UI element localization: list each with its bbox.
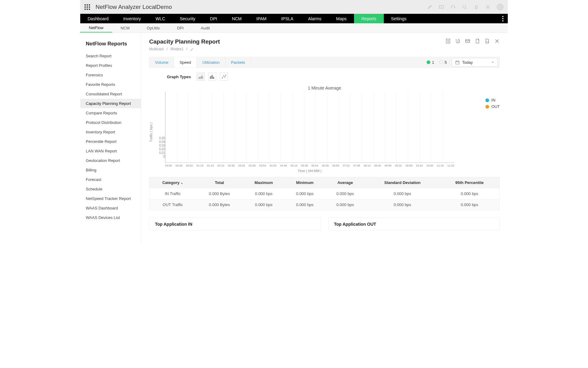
sidebar-item-inventory-report[interactable]: Inventory Report [80,127,141,137]
sidebar-item-protocol-distribution[interactable]: Protocol Distribution [80,118,141,127]
nav-maps[interactable]: Maps [329,14,354,23]
kebab-menu[interactable] [498,14,508,23]
subnav-ncm[interactable]: NCM [112,23,138,33]
sidebar-item-schedule[interactable]: Schedule [80,184,141,194]
bell-icon[interactable] [473,4,479,10]
graph-type-scatter[interactable] [220,73,228,81]
nav-wlc[interactable]: WLC [148,14,172,23]
subnav-dpi[interactable]: DPI [168,23,192,33]
sidebar-title: NetFlow Reports [80,38,141,51]
view-tab-volume[interactable]: Volume [149,57,174,67]
pdf-icon[interactable] [475,38,480,44]
nav-dpi[interactable]: DPI [203,14,224,23]
legend-grey-num: 5 [445,60,447,65]
sidebar-item-netspeed-tracker-report[interactable]: NetSpeed Tracker Report [80,194,141,203]
graph-type-bar[interactable] [208,73,216,81]
table-row: IN Traffic0.000 Bytes0.000 bps0.000 bps0… [149,188,500,199]
chevron-down-icon [491,61,494,64]
pencil-icon[interactable] [190,48,194,51]
sidebar-item-billing[interactable]: Billing [80,165,141,175]
subnav-netflow[interactable]: NetFlow [80,23,112,33]
nav-alarms[interactable]: Alarms [301,14,329,23]
svg-text:CSV: CSV [486,41,489,43]
presentation-icon[interactable] [439,4,444,10]
graph-type-area[interactable] [197,73,205,81]
view-tab-utilization[interactable]: Utilization [197,57,225,67]
svg-point-15 [222,78,223,79]
breadcrumb-0[interactable]: Multicast [149,47,164,51]
rocket-icon[interactable] [427,4,432,10]
sidebar-item-report-profiles[interactable]: Report Profiles [80,61,141,70]
sidebar-item-waas-devices-list[interactable]: WAAS Devices List [80,213,141,222]
nav-reports[interactable]: Reports [354,14,384,23]
th-total[interactable]: Total [196,177,243,188]
close-icon[interactable] [494,38,500,44]
sidebar-item-forensics[interactable]: Forensics [80,70,141,80]
dot-grey-icon [439,60,443,64]
table-row: OUT Traffic0.000 Bytes0.000 bps0.000 bps… [149,199,500,210]
th-minimum[interactable]: Minimum [285,177,325,188]
user-avatar[interactable] [497,4,503,10]
breadcrumb-1[interactable]: IfIndex1 [170,47,183,51]
legend-entry-out[interactable]: OUT [485,104,500,109]
svg-point-2 [463,5,466,8]
th-category[interactable]: Category▲ [149,177,196,188]
history-icon[interactable] [455,38,461,44]
sidebar-item-geolocation-report[interactable]: Geolocation Report [80,156,141,165]
app-title: NetFlow Analyzer LocalDemo [96,4,172,10]
sidebar-item-forecast[interactable]: Forecast [80,175,141,184]
sidebar-item-search-report[interactable]: Search Report [80,51,141,61]
sidebar-item-compare-reports[interactable]: Compare Reports [80,108,141,118]
interval-legend: 1 5 [427,60,452,65]
th-standard-deviation[interactable]: Standard Deviation [365,177,439,188]
sidebar-item-waas-dashboard[interactable]: WAAS Dashboard [80,203,141,213]
th-95th-percentile[interactable]: 95th Percentile [439,177,499,188]
billing-icon[interactable]: $ [445,38,451,44]
sidebar-item-consolidated-report[interactable]: Consolidated Report [80,89,141,99]
nav-inventory[interactable]: Inventory [116,14,149,23]
chart: 1 Minute Average Traffic ( bps ) 0.050.0… [149,86,500,173]
nav-ipam[interactable]: IPAM [249,14,274,23]
panel-title-in: Top Application IN [149,218,321,230]
sidebar-item-percentile-report[interactable]: Percentile Report [80,137,141,146]
gear-icon[interactable] [485,4,491,10]
apps-grid-icon[interactable] [85,4,90,10]
tabs-row: VolumeSpeedUtilizationPackets 1 5 Today [149,57,500,68]
subnav-oputils[interactable]: OpUtils [138,23,168,33]
mail-icon[interactable] [465,38,470,44]
chart-ylabel: Traffic ( bps ) [149,122,153,142]
svg-point-16 [223,76,224,77]
nav-ipsla[interactable]: IPSLA [274,14,301,23]
svg-rect-13 [212,75,213,79]
legend-swatch-icon [485,98,489,102]
headset-icon[interactable] [450,4,456,10]
nav-security[interactable]: Security [172,14,203,23]
chart-plot-area[interactable] [165,92,454,163]
legend-entry-in[interactable]: IN [485,98,500,102]
th-average[interactable]: Average [325,177,365,188]
sidebar-item-lan-wan-report[interactable]: LAN WAN Report [80,146,141,156]
nav-settings[interactable]: Settings [384,14,414,23]
svg-point-6 [502,20,503,21]
th-maximum[interactable]: Maximum [243,177,285,188]
page-title: Capacity Planning Report [149,38,220,45]
time-range-label: Today [462,60,473,65]
main-nav: DashboardInventoryWLCSecurityDPINCMIPAMI… [80,14,508,23]
panel-top-application-out: Top Application OUT [328,218,500,231]
view-tab-packets[interactable]: Packets [225,57,251,67]
header-actions: $ CSV [445,38,500,44]
subnav-audit[interactable]: Audit [192,23,219,33]
csv-icon[interactable]: CSV [484,38,490,44]
sidebar-item-favorite-reports[interactable]: Favorite Reports [80,80,141,89]
search-icon[interactable] [462,4,467,10]
time-range-select[interactable]: Today [452,58,498,67]
svg-point-17 [224,77,225,78]
topbar: NetFlow Analyzer LocalDemo [80,0,508,14]
graph-types-label: Graph Types [167,75,191,79]
breadcrumb: Multicast / IfIndex1 / [149,47,220,51]
nav-ncm[interactable]: NCM [224,14,249,23]
svg-point-3 [487,6,489,8]
nav-dashboard[interactable]: Dashboard [80,14,116,23]
sidebar-item-capacity-planning-report[interactable]: Capacity Planning Report [80,99,141,108]
view-tab-speed[interactable]: Speed [174,57,197,67]
